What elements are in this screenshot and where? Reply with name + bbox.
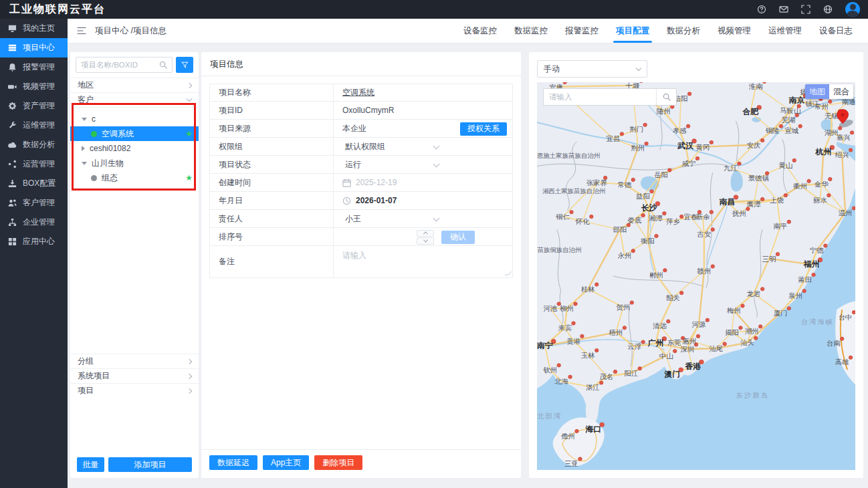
- svg-text:东沙群岛: 东沙群岛: [736, 392, 770, 399]
- map-search-box[interactable]: 请输入: [543, 88, 677, 106]
- mail-icon[interactable]: [779, 5, 788, 14]
- tab-device-log[interactable]: 设备日志: [810, 19, 861, 43]
- globe-icon[interactable]: [823, 5, 833, 14]
- city-label: 马鞍山: [780, 108, 800, 115]
- user-avatar[interactable]: [845, 2, 860, 17]
- layer-map-button[interactable]: 地图: [805, 84, 829, 99]
- tree-caret-icon[interactable]: [82, 162, 87, 165]
- city-label: 金华: [815, 180, 829, 188]
- collapse-sidebar-icon[interactable]: [77, 26, 86, 35]
- tab-device-monitor[interactable]: 设备监控: [455, 19, 506, 43]
- search-placeholder: 项目名称/BOXID: [81, 60, 159, 70]
- city-label: 张家界: [586, 179, 607, 187]
- tab-data-analysis[interactable]: 数据分析: [658, 19, 709, 43]
- help-icon[interactable]: [757, 5, 766, 14]
- city-dot: [760, 287, 764, 291]
- city-dot: [557, 364, 561, 367]
- sidebar-item-operation[interactable]: 运营管理: [0, 154, 68, 174]
- tab-data-monitor[interactable]: 数据监控: [506, 19, 556, 43]
- filter-button[interactable]: [176, 57, 193, 73]
- owner-field: 小王: [334, 210, 512, 227]
- sidebar-item-home[interactable]: 我的主页: [0, 19, 68, 38]
- city-dot: [711, 265, 715, 268]
- tree-node-c[interactable]: c: [70, 112, 199, 126]
- map-search-icon[interactable]: [656, 89, 676, 105]
- sidebar-item-customer[interactable]: 客户管理: [0, 193, 68, 213]
- section-group[interactable]: 分组: [70, 354, 199, 368]
- sidebar-item-app-center[interactable]: 应用中心: [0, 232, 68, 251]
- tab-alarm-monitor[interactable]: 报警监控: [556, 19, 607, 43]
- sidebar-item-label: 我的主页: [23, 23, 55, 34]
- city-label: 玉林: [580, 352, 595, 359]
- sidebar-item-enterprise[interactable]: 企业管理: [0, 213, 68, 232]
- project-name-value[interactable]: 空调系统: [342, 87, 374, 98]
- city-label: 厦门: [774, 310, 788, 317]
- section-region[interactable]: 地区: [70, 78, 199, 92]
- form-row-create-time: 创建时间 2025-12-19: [209, 174, 513, 192]
- remark-placeholder[interactable]: 请输入: [342, 250, 366, 261]
- clock-icon: [342, 197, 351, 205]
- authorize-relation-button[interactable]: 授权关系: [460, 122, 507, 136]
- city-label: 郴州: [649, 271, 663, 279]
- create-time-value[interactable]: 2025-12-19: [356, 178, 397, 187]
- sidebar-item-data-analysis[interactable]: 数据分析: [0, 135, 68, 154]
- permission-group-value[interactable]: 默认权限组: [342, 141, 385, 152]
- city-dot: [758, 325, 762, 328]
- city-label: 湘潭: [649, 215, 663, 222]
- tree-leaf-ac-system[interactable]: 空调系统 ★: [70, 126, 199, 141]
- city-dot: [852, 207, 855, 210]
- delete-project-button[interactable]: 删除项目: [314, 455, 362, 470]
- tree-node-ceshi01082[interactable]: ceshi01082: [70, 141, 199, 156]
- project-status-label: 项目状态: [210, 156, 334, 173]
- owner-value[interactable]: 小王: [342, 213, 361, 225]
- svg-text:北部湾: 北部湾: [537, 412, 562, 420]
- sidebar-item-alarm[interactable]: 报警管理: [0, 57, 68, 77]
- tree-caret-icon[interactable]: [82, 118, 87, 121]
- city-dot: [641, 213, 645, 217]
- tree-node-shanchuan-bio[interactable]: 山川生物: [70, 156, 199, 170]
- city-label: 温州: [839, 209, 853, 217]
- owner-label: 责任人: [210, 210, 334, 227]
- sidebar-item-project-center[interactable]: 项目中心: [0, 38, 68, 57]
- map-panel: 手动 台湾海峡北部湾东沙群岛恩施土家族苗族自治州湘西土家族苗族自治州黔东南苗族侗…: [529, 52, 863, 478]
- favorite-star-icon[interactable]: ★: [185, 130, 193, 138]
- section-project[interactable]: 项目: [70, 383, 199, 398]
- asset-icon: [8, 102, 17, 110]
- data-delay-button[interactable]: 数据延迟: [209, 455, 257, 470]
- city-label: 南宁: [537, 341, 553, 350]
- city-dot: [829, 100, 833, 103]
- section-system-project[interactable]: 系统项目: [70, 368, 199, 383]
- stepper-down-button[interactable]: [417, 237, 434, 245]
- resize-handle[interactable]: [504, 271, 512, 275]
- add-project-button[interactable]: 添加项目: [108, 457, 192, 472]
- project-status-value[interactable]: 运行: [342, 159, 361, 170]
- date-value[interactable]: 2026-01-07: [356, 196, 397, 205]
- form-row-owner: 责任人 小王: [209, 210, 513, 228]
- sidebar-item-label: 报警管理: [23, 62, 55, 73]
- app-home-button[interactable]: App主页: [263, 455, 309, 470]
- fullscreen-icon[interactable]: [801, 5, 810, 14]
- confirm-button[interactable]: 确认: [441, 231, 475, 244]
- map-mode-select[interactable]: 手动: [537, 60, 647, 78]
- tree-caret-icon[interactable]: [82, 146, 85, 151]
- sidebar-item-video[interactable]: 视频管理: [0, 77, 68, 96]
- layer-hybrid-button[interactable]: 混合: [829, 84, 853, 99]
- users-icon: [8, 199, 17, 207]
- sidebar-item-asset[interactable]: 资产管理: [0, 96, 68, 116]
- section-customer[interactable]: 客户: [70, 92, 199, 107]
- sort-no-stepper: [417, 230, 434, 245]
- stepper-up-button[interactable]: [417, 230, 434, 237]
- tree-leaf-zutai[interactable]: 组态 ★: [70, 170, 199, 185]
- sidebar-item-box-config[interactable]: BOX配置: [0, 174, 68, 193]
- tab-video-mgmt[interactable]: 视频管理: [709, 19, 760, 43]
- tab-ops-mgmt[interactable]: 运维管理: [760, 19, 810, 43]
- favorite-star-icon[interactable]: ★: [185, 174, 193, 182]
- search-icon[interactable]: [159, 61, 167, 69]
- search-input[interactable]: 项目名称/BOXID: [76, 57, 173, 73]
- city-dot: [580, 334, 584, 338]
- city-label: 怀化: [575, 218, 590, 225]
- map-canvas[interactable]: 台湾海峡北部湾东沙群岛恩施土家族苗族自治州湘西土家族苗族自治州黔东南苗族侗族自治…: [537, 82, 855, 470]
- sidebar-item-ops[interactable]: 运维管理: [0, 116, 68, 135]
- tab-project-config[interactable]: 项目配置: [607, 19, 658, 43]
- batch-button[interactable]: 批量: [77, 457, 104, 472]
